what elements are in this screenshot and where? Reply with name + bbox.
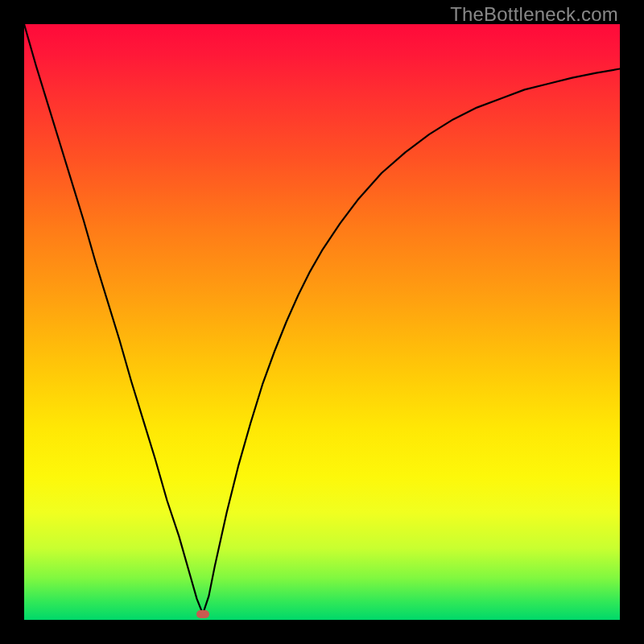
bottleneck-curve <box>24 24 620 620</box>
chart-frame: TheBottleneck.com <box>0 0 644 644</box>
watermark-text: TheBottleneck.com <box>450 3 618 26</box>
plot-area <box>24 24 620 620</box>
optimum-marker <box>196 610 209 618</box>
